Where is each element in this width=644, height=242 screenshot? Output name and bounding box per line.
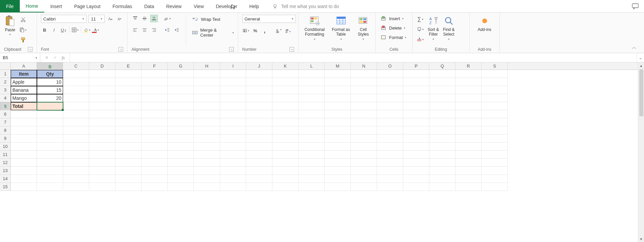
bold-button[interactable]: B — [41, 26, 48, 34]
col-header-C[interactable]: C — [63, 63, 89, 70]
col-header-L[interactable]: L — [299, 63, 325, 70]
expand-formula-bar-button[interactable]: ⌄ — [637, 53, 644, 62]
clear-button[interactable] — [417, 36, 424, 43]
tell-me-search[interactable]: Tell me what you want to do — [265, 0, 627, 12]
row-header-13[interactable]: 13 — [0, 167, 11, 175]
tab-file[interactable]: File — [0, 0, 20, 12]
wrap-text-button[interactable]: ab Wrap Text — [192, 15, 234, 23]
scroll-down-button[interactable]: ▼ — [638, 236, 644, 242]
font-size-select[interactable]: 11▾ — [89, 15, 105, 23]
cancel-formula-button[interactable]: ✕ — [45, 55, 49, 60]
scroll-thumb[interactable] — [639, 69, 643, 116]
row-header-7[interactable]: 7 — [0, 118, 11, 126]
borders-button[interactable] — [71, 26, 79, 34]
cell-B3[interactable]: 15 — [37, 86, 63, 94]
enter-formula-button[interactable]: ✓ — [53, 55, 57, 60]
tab-insert[interactable]: Insert — [44, 0, 68, 12]
col-header-M[interactable]: M — [325, 63, 351, 70]
fill-color-button[interactable] — [83, 26, 91, 34]
format-cells-button[interactable]: Format▾ — [380, 34, 406, 41]
cell-B4[interactable]: 20 — [37, 94, 63, 102]
find-select-button[interactable]: Find & Select▾ — [443, 15, 455, 41]
sort-filter-button[interactable]: AZ Sort & Filter▾ — [427, 15, 439, 41]
percent-button[interactable]: % — [252, 27, 259, 34]
row-header-12[interactable]: 12 — [0, 159, 11, 167]
decrease-decimal-button[interactable]: .00.0 — [284, 27, 292, 34]
col-header-A[interactable]: A — [11, 63, 37, 70]
fill-button[interactable] — [417, 26, 424, 33]
cell-A5[interactable]: Total — [11, 102, 37, 110]
cell-A1[interactable]: Item — [11, 70, 37, 78]
row-header-4[interactable]: 4 — [0, 94, 11, 102]
align-left-button[interactable] — [131, 26, 139, 34]
align-center-button[interactable] — [141, 26, 148, 34]
cell-styles-button[interactable]: Cell Styles▾ — [357, 15, 369, 41]
copy-button[interactable] — [19, 26, 27, 34]
tab-formulas[interactable]: Formulas — [107, 0, 138, 12]
col-header-R[interactable]: R — [455, 63, 482, 70]
row-header-14[interactable]: 14 — [0, 175, 11, 183]
row-header-3[interactable]: 3 — [0, 86, 11, 94]
paste-button[interactable]: Paste ▾ — [4, 15, 16, 36]
col-header-D[interactable]: D — [89, 63, 115, 70]
decrease-indent-button[interactable] — [164, 26, 171, 34]
font-name-select[interactable]: Calibri▾ — [41, 15, 87, 23]
comma-button[interactable]: , — [261, 27, 268, 34]
row-header-15[interactable]: 15 — [0, 183, 11, 191]
row-header-6[interactable]: 6 — [0, 110, 11, 118]
underline-button[interactable]: U — [60, 26, 67, 34]
col-header-H[interactable]: H — [194, 63, 220, 70]
cell-A3[interactable]: Banana — [11, 86, 37, 94]
col-header-S[interactable]: S — [482, 63, 508, 70]
formula-input[interactable] — [70, 53, 637, 62]
alignment-dialog-launcher[interactable]: ↘ — [229, 47, 234, 52]
accounting-format-button[interactable]: $ — [242, 27, 250, 34]
col-header-F[interactable]: F — [142, 63, 168, 70]
select-all-corner[interactable] — [0, 63, 11, 70]
number-format-select[interactable]: General▾ — [242, 15, 296, 23]
col-header-B[interactable]: B — [37, 63, 63, 71]
align-middle-button[interactable] — [141, 15, 148, 22]
row-header-9[interactable]: 9 — [0, 134, 11, 143]
format-as-table-button[interactable]: Format as Table▾ — [332, 15, 350, 41]
tab-page-layout[interactable]: Page Layout — [68, 0, 107, 12]
delete-cells-button[interactable]: Delete▾ — [380, 24, 405, 32]
row-header-1[interactable]: 1 — [0, 70, 11, 78]
align-bottom-button[interactable] — [150, 15, 158, 22]
row-header-11[interactable]: 11 — [0, 151, 11, 159]
cell-B2[interactable]: 10 — [37, 78, 63, 86]
tab-review[interactable]: Review — [160, 0, 188, 12]
cell-A2[interactable]: Apple — [11, 78, 37, 86]
cell-B5[interactable] — [37, 102, 63, 110]
name-box[interactable]: B5▾ — [0, 53, 40, 62]
cut-button[interactable] — [19, 16, 27, 24]
cell-C1[interactable] — [63, 70, 89, 78]
italic-button[interactable]: I — [50, 26, 58, 34]
col-header-E[interactable]: E — [115, 63, 142, 70]
collapse-ribbon-button[interactable]: ︿ — [632, 44, 637, 50]
cell-A4[interactable]: Mango — [11, 94, 37, 102]
col-header-J[interactable]: J — [246, 63, 272, 70]
increase-indent-button[interactable] — [173, 26, 180, 34]
align-top-button[interactable] — [131, 15, 139, 22]
font-color-button[interactable]: A — [93, 26, 100, 34]
row-header-8[interactable]: 8 — [0, 126, 11, 134]
font-dialog-launcher[interactable]: ↘ — [118, 47, 123, 52]
decrease-font-button[interactable]: A▾ — [116, 15, 123, 23]
fx-button[interactable]: fx — [62, 55, 65, 61]
addins-button[interactable]: Add-ins — [478, 15, 491, 32]
number-dialog-launcher[interactable]: ↘ — [289, 47, 294, 52]
autosum-button[interactable]: ∑ — [417, 15, 424, 23]
tab-view[interactable]: View — [187, 0, 210, 12]
col-header-G[interactable]: G — [168, 63, 194, 70]
format-painter-button[interactable] — [19, 36, 27, 44]
row-header-5[interactable]: 5 — [0, 102, 11, 110]
insert-cells-button[interactable]: Insert▾ — [380, 15, 404, 22]
tab-help[interactable]: Help — [243, 0, 265, 12]
row-header-10[interactable]: 10 — [0, 143, 11, 151]
increase-font-button[interactable]: A▴ — [107, 15, 114, 23]
tab-developer[interactable]: Developer — [210, 0, 244, 12]
col-header-Q[interactable]: Q — [429, 63, 455, 70]
comments-button[interactable] — [627, 0, 644, 12]
col-header-I[interactable]: I — [220, 63, 246, 70]
